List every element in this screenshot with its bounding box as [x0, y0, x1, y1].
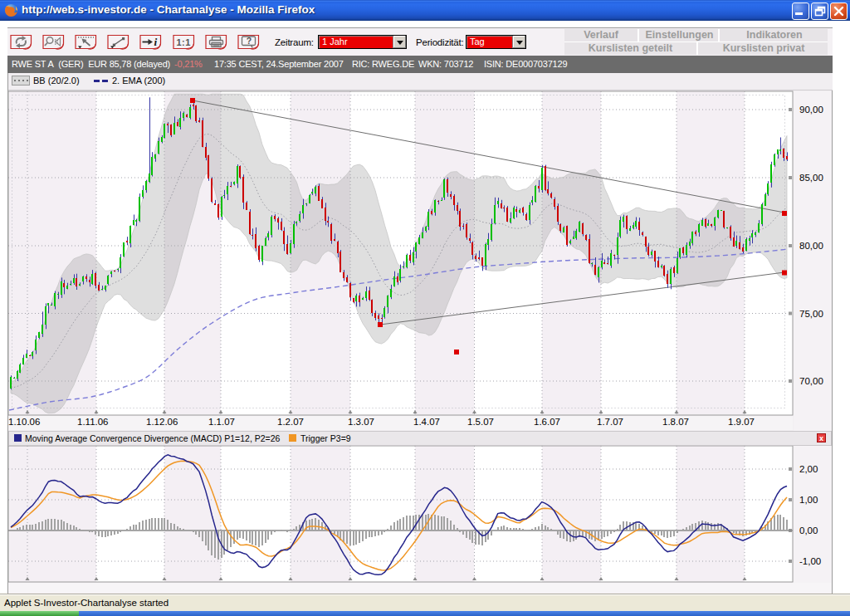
- svg-text:0,00: 0,00: [799, 526, 818, 535]
- svg-text:1.2.07: 1.2.07: [277, 417, 304, 427]
- svg-text:1.11.06: 1.11.06: [77, 417, 109, 427]
- svg-text:85,00: 85,00: [799, 173, 823, 183]
- svg-text:-1,00: -1,00: [799, 556, 821, 566]
- svg-text:1.8.07: 1.8.07: [662, 417, 689, 427]
- svg-text:1.10.06: 1.10.06: [8, 417, 40, 427]
- svg-text:1.5.07: 1.5.07: [467, 417, 494, 427]
- svg-text:2,00: 2,00: [799, 464, 818, 474]
- svg-text:1.4.07: 1.4.07: [413, 417, 440, 427]
- svg-text:1.3.07: 1.3.07: [348, 417, 374, 427]
- svg-text:75,00: 75,00: [799, 309, 823, 319]
- svg-text:1.12.06: 1.12.06: [146, 417, 178, 427]
- svg-text:70,00: 70,00: [799, 376, 823, 386]
- svg-text:1.1.07: 1.1.07: [208, 417, 235, 427]
- svg-text:1.7.07: 1.7.07: [597, 417, 623, 427]
- svg-text:90,00: 90,00: [799, 105, 823, 115]
- svg-text:1.9.07: 1.9.07: [728, 417, 755, 427]
- svg-text:1.6.07: 1.6.07: [534, 417, 560, 427]
- svg-text:80,00: 80,00: [799, 241, 823, 251]
- svg-text:1,00: 1,00: [799, 495, 818, 505]
